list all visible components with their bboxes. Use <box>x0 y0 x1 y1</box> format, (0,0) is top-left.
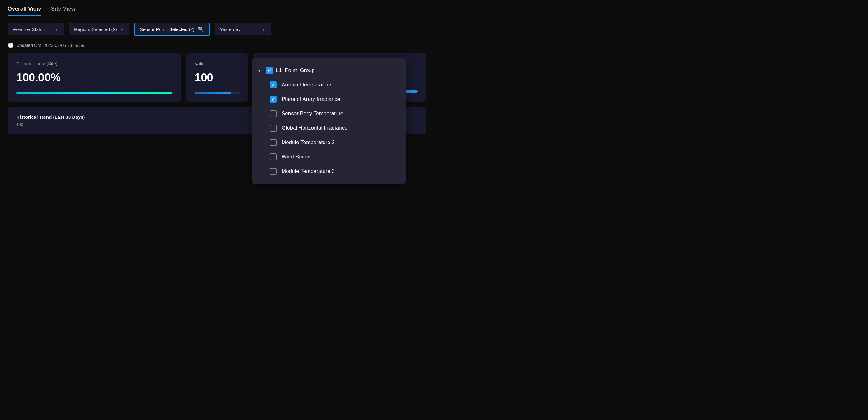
region-chevron-icon: ▼ <box>120 27 124 32</box>
sensor-point-dropdown: ▼ ✓ L1_Point_Group ✓ Ambient temperature… <box>252 58 405 184</box>
completeness-value: 100.00% <box>16 71 172 84</box>
label-body-temp: Sensor Body Temperature <box>282 111 343 117</box>
checkmark-icon: ✓ <box>271 97 275 102</box>
label-wind-speed: Wind Speed <box>282 154 311 160</box>
sensor-item-module-temp-3[interactable]: Module Temperature 3 <box>252 164 405 178</box>
label-module-temp-3: Module Temperature 3 <box>282 168 335 174</box>
label-module-temp-2: Module Temperature 2 <box>282 139 335 146</box>
label-ambient-temp: Ambient temperature <box>282 82 331 88</box>
completeness-progress-fill <box>16 92 172 94</box>
group-label-l1: L1_Point_Group <box>276 67 315 74</box>
checkmark-icon: ✓ <box>271 82 275 87</box>
validity-title: Validi <box>195 61 240 66</box>
validity-value: 100 <box>195 71 240 84</box>
weather-station-label: Weather Stati... <box>13 27 45 32</box>
validity-progress-bg <box>195 92 240 94</box>
date-range-filter[interactable]: Yesterday ▼ <box>215 23 271 35</box>
sensor-item-body-temp[interactable]: Sensor Body Temperature <box>252 107 405 121</box>
completeness-title: Completeness(Site) <box>16 61 172 66</box>
sensor-point-label: Sensor Point: Selected (2) <box>140 27 195 32</box>
group-header-l1[interactable]: ▼ ✓ L1_Point_Group <box>252 63 405 78</box>
checkbox-body-temp[interactable] <box>270 110 277 117</box>
completeness-card: Completeness(Site) 100.00% <box>7 53 181 102</box>
tab-site-view[interactable]: Site View <box>51 6 76 16</box>
checkbox-plane-irradiance[interactable]: ✓ <box>270 96 277 103</box>
validity-card: Validi 100 <box>186 53 248 102</box>
weather-station-filter[interactable]: Weather Stati... ▼ <box>7 23 64 35</box>
sensor-item-wind-speed[interactable]: Wind Speed <box>252 150 405 164</box>
top-tabs: Overall View Site View <box>0 0 434 16</box>
group-arrow-icon: ▼ <box>257 68 261 73</box>
tab-overall-view[interactable]: Overall View <box>7 6 41 16</box>
checkbox-ambient-temp[interactable]: ✓ <box>270 81 277 88</box>
group-checkbox-l1[interactable]: ✓ <box>266 67 273 74</box>
sensor-item-module-temp-2[interactable]: Module Temperature 2 <box>252 135 405 150</box>
sensor-item-global-irradiance[interactable]: Global Horizontal Irradiance <box>252 121 405 135</box>
checkbox-wind-speed[interactable] <box>270 153 277 160</box>
clock-icon: 🕐 <box>7 42 14 48</box>
region-filter[interactable]: Region: Selected (2) ▼ <box>69 23 129 35</box>
sensor-item-plane-irradiance[interactable]: ✓ Plane of Array Irradiance <box>252 92 405 107</box>
sensor-point-search-icon: 🔍 <box>198 26 204 32</box>
weather-station-chevron-icon: ▼ <box>55 27 59 32</box>
date-range-chevron-icon: ▼ <box>262 27 266 32</box>
label-global-irradiance: Global Horizontal Irradiance <box>282 125 348 131</box>
checkbox-global-irradiance[interactable] <box>270 125 277 132</box>
sensor-point-filter[interactable]: Sensor Point: Selected (2) 🔍 <box>134 23 210 36</box>
validity-progress-fill <box>195 92 230 94</box>
timestamp-prefix: Updated On: <box>16 43 41 48</box>
sensor-item-ambient-temp[interactable]: ✓ Ambient temperature <box>252 78 405 92</box>
filter-bar: Weather Stati... ▼ Region: Selected (2) … <box>0 16 434 41</box>
completeness-progress-bg <box>16 92 172 94</box>
checkbox-module-temp-2[interactable] <box>270 139 277 146</box>
timestamp-bar: 🕐 Updated On: 2023-02-05 23:59:59 <box>0 41 434 53</box>
timestamp-value: 2023-02-05 23:59:59 <box>43 43 84 48</box>
region-label: Region: Selected (2) <box>74 27 117 32</box>
label-plane-irradiance: Plane of Array Irradiance <box>282 96 340 103</box>
checkmark-icon: ✓ <box>268 68 271 73</box>
date-range-label: Yesterday <box>220 27 241 32</box>
checkbox-module-temp-3[interactable] <box>270 168 277 175</box>
